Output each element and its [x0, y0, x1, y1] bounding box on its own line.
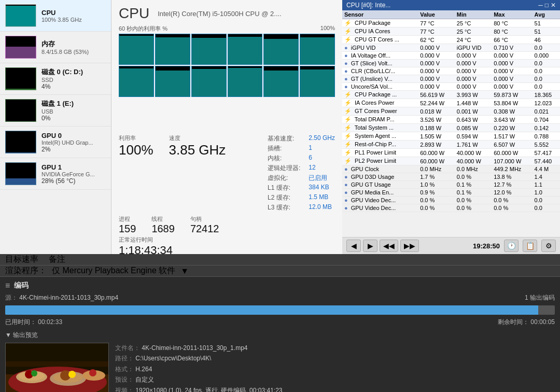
hw-row-max: 12.7 % — [492, 181, 532, 189]
hw-row-name: ⚡ GT Cores Power — [342, 107, 418, 116]
hw-row-max: 13.8 % — [492, 173, 532, 181]
mem-sidebar-info: 内存 8.4/15.8 GB (53%) — [41, 39, 106, 55]
hw-row-avg: 0.000 — [533, 52, 560, 60]
minimize-icon[interactable]: ─ — [538, 2, 543, 9]
logical-label: 逻辑处理器: — [268, 164, 300, 173]
thread-label: 线程 — [151, 215, 175, 223]
hw-row-max: 0.000 V — [492, 83, 532, 91]
hw-row-name: ⚡ CPU GT Cores ... — [342, 36, 418, 44]
gpu0-sidebar-graph — [5, 131, 36, 153]
hw-row-avg: 1.0 — [533, 189, 560, 197]
sidebar-item-disk0[interactable]: 磁盘 0 (C: D:) SSD 4% — [0, 63, 111, 95]
speed-value: 3.85 GHz — [169, 142, 226, 158]
base-speed-value: 2.50 GHz — [309, 134, 335, 143]
source-value: 4K-Chimei-inn-2011-1013_30p.mp4 — [19, 294, 118, 301]
hw-row-name: ● GPU Video Dec... — [342, 197, 418, 204]
pr-source-row: 源： 4K-Chimei-inn-2011-1013_30p.mp4 1 输出编… — [5, 293, 555, 302]
cpu-sidebar-info: CPU 100% 3.85 GHz — [41, 9, 106, 23]
hwinfo-fwd-button[interactable]: ▶ — [363, 240, 377, 252]
note-label: 备注 — [49, 254, 65, 265]
sidebar-item-cpu[interactable]: CPU 100% 3.85 GHz — [0, 0, 111, 32]
hw-row-avg: 0.704 — [533, 116, 560, 124]
hw-row-value: 60.000 W — [418, 157, 455, 165]
hw-row-min: 25 °C — [455, 27, 492, 36]
hw-row-avg: 46 — [533, 36, 560, 44]
hw-row-avg: 57.440 — [533, 157, 560, 165]
hw-row-value: 0.000 V — [418, 75, 455, 83]
hw-row-max: 59.873 W — [492, 91, 532, 99]
disk0-sidebar-pct: 4% — [41, 83, 106, 90]
hw-row-min: 40.000 W — [455, 149, 492, 157]
disk0-sidebar-graph — [5, 67, 36, 90]
hw-row-name: ● GPU Clock — [342, 165, 418, 173]
hw-row-avg: 0.0 — [533, 204, 560, 212]
sidebar-item-gpu0[interactable]: GPU 0 Intel(R) UHD Grap... 2% — [0, 127, 111, 158]
hwinfo-report-button[interactable]: 📋 — [523, 240, 537, 252]
hw-row-name: ● GT (Slice) Volt... — [342, 60, 418, 67]
gpu0-sidebar-sub: Intel(R) UHD Grap... — [41, 139, 106, 146]
hw-row-max: 60.000 W — [492, 149, 532, 157]
hwinfo-time: 19:28:50 — [473, 242, 500, 250]
encode-title: 编码 — [14, 281, 29, 290]
pr-encode-area: ≡ 编码 源： 4K-Chimei-inn-2011-1013_30p.mp4 … — [0, 277, 560, 392]
hw-row-min: 0.000 V — [455, 75, 492, 83]
cpu-sidebar-graph — [5, 4, 36, 27]
l2-value: 1.5 MB — [309, 193, 335, 202]
pr-output-collapse-button[interactable]: ▼ 输出预览 — [5, 331, 555, 340]
hw-row-avg: 1.4 — [533, 173, 560, 181]
disk1-sidebar-sub: USB — [41, 108, 106, 115]
hw-row-name: ⚡ PL2 Power Limit — [342, 157, 418, 165]
sidebar-item-memory[interactable]: 内存 8.4/15.8 GB (53%) — [0, 32, 111, 63]
disk0-sidebar-info: 磁盘 0 (C: D:) SSD 4% — [41, 67, 106, 90]
sidebar-item-gpu1[interactable]: GPU 1 NVIDIA GeForce G... 28% (56 °C) — [0, 158, 111, 190]
hw-row-name: ● GT (Unslice) V... — [342, 75, 418, 83]
hw-row-name: ⚡ CPU Package — [342, 19, 418, 27]
hwinfo-back-button[interactable]: ◀ — [346, 240, 361, 252]
virt-value: 已启用 — [309, 174, 335, 183]
hw-row-max: 12.0 % — [492, 189, 532, 197]
hw-row-value: 3.526 W — [418, 116, 455, 124]
process-value: 159 — [119, 223, 136, 235]
hwinfo-skip-back-button[interactable]: ◀◀ — [380, 240, 398, 252]
hwinfo-clock-button[interactable]: 🕐 — [504, 240, 519, 252]
l1-value: 384 KB — [309, 184, 335, 192]
hwinfo-settings-button[interactable]: ⚙ — [541, 240, 556, 252]
runtime-label: 正常运行时间 — [119, 236, 335, 244]
sidebar-item-disk1[interactable]: 磁盘 1 (E:) USB 0% — [0, 95, 111, 127]
gpu1-sidebar-info: GPU 1 NVIDIA GeForce G... 28% (56 °C) — [41, 163, 106, 185]
hw-row-min: 0.1 % — [455, 189, 492, 197]
hwinfo-panel: CPU [#0]: Inte... ─ □ ✕ Sensor Value Min… — [342, 0, 560, 254]
render-dropdown-icon[interactable]: ▼ — [180, 267, 189, 276]
hw-row-max: 107.000 W — [492, 157, 532, 165]
close-icon[interactable]: ✕ — [551, 2, 556, 9]
hw-row-value: 1.505 W — [418, 132, 455, 141]
svg-rect-14 — [6, 361, 109, 367]
maximize-icon[interactable]: □ — [545, 2, 549, 9]
handle-value: 72412 — [190, 223, 219, 235]
hw-row-value: 0.188 W — [418, 124, 455, 132]
mem-sidebar-graph — [5, 36, 36, 59]
hw-row-value: 52.244 W — [418, 99, 455, 107]
hwinfo-toolbar: ◀ ▶ ◀◀ ▶▶ 19:28:50 🕐 📋 ⚙ — [342, 237, 560, 254]
hw-row-name: ⚡ Rest-of-Chip P... — [342, 141, 418, 149]
socket-value: 1 — [309, 144, 335, 153]
disk1-sidebar-info: 磁盘 1 (E:) USB 0% — [41, 99, 106, 122]
pr-render-bar: 渲染程序： 仅 Mercury Playback Engine 软件 ▼ — [0, 265, 560, 277]
hw-row-avg: 51 — [533, 27, 560, 36]
hwinfo-title: CPU [#0]: Inte... — [346, 2, 390, 9]
gpu1-sidebar-name: GPU 1 — [41, 163, 106, 171]
hw-row-name: ⚡ CPU Package ... — [342, 91, 418, 99]
target-rate-label: 目标速率 — [5, 254, 38, 265]
mem-sidebar-name: 内存 — [41, 39, 106, 49]
hwinfo-skip-fwd-button[interactable]: ▶▶ — [400, 240, 419, 252]
hw-row-max: 80 °C — [492, 19, 532, 27]
hw-row-value: 60.000 W — [418, 149, 455, 157]
tm-sidebar: CPU 100% 3.85 GHz 内存 8.4/15.8 GB (53%) 磁… — [0, 0, 111, 254]
hw-row-value: 1.7 % — [418, 173, 455, 181]
thread-block: 线程 1689 — [151, 215, 175, 235]
mem-sidebar-sub: 8.4/15.8 GB (53%) — [41, 49, 106, 55]
col-value: Value — [418, 10, 455, 19]
pr-time-row: 已用时间： 00:02:33 剩余时间： 00:00:05 — [5, 318, 555, 327]
hw-row-min: 3.993 W — [455, 91, 492, 99]
hw-row-value: 1.0 % — [418, 181, 455, 189]
